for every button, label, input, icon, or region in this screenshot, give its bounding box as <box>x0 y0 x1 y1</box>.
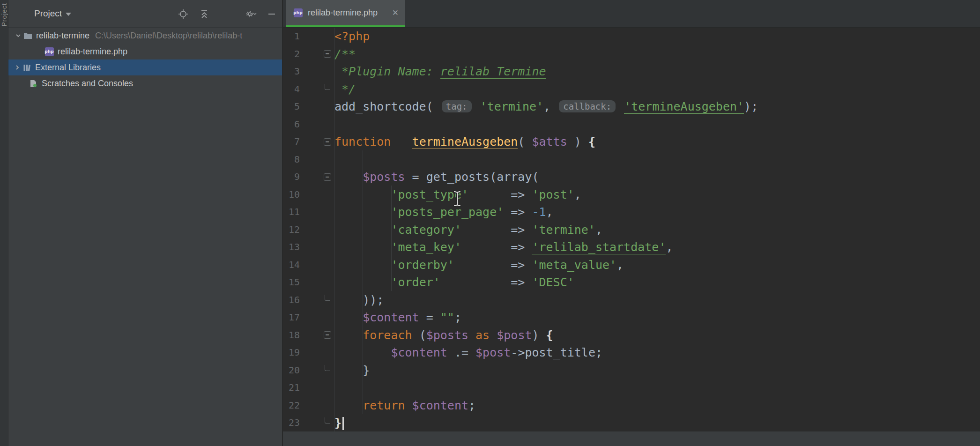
line-number: 1 <box>283 28 300 45</box>
code-line[interactable]: 13 'meta_key' => 'relilab_startdate', <box>283 238 980 256</box>
tree-item-scratches[interactable]: Scratches and Consoles <box>8 75 282 91</box>
code-text: $content = ""; <box>334 309 461 327</box>
code-text: $content .= $post->post_title; <box>334 344 602 362</box>
project-panel-title: Project <box>34 8 62 19</box>
scratches-icon <box>28 79 38 88</box>
chevron-right-icon[interactable] <box>13 65 22 70</box>
code-line[interactable]: 8 <box>283 151 980 169</box>
gutter-fold-column: − <box>300 45 334 63</box>
gutter-fold-column <box>300 256 334 274</box>
code-text: <?php <box>334 28 370 45</box>
fold-end-icon[interactable] <box>325 365 330 371</box>
code-line[interactable]: 21 <box>283 379 980 397</box>
project-panel: Project <box>8 0 282 446</box>
gutter-fold-column <box>300 309 334 327</box>
line-number: 5 <box>283 98 300 116</box>
code-line[interactable]: 3 *Plugin Name: relilab Termine <box>283 63 980 81</box>
fold-end-icon[interactable] <box>325 417 330 424</box>
php-file-icon: php <box>293 8 303 17</box>
project-view-dropdown[interactable]: Project <box>34 8 71 19</box>
fold-end-icon[interactable] <box>325 295 330 301</box>
line-number: 21 <box>283 379 300 397</box>
project-stripe-label[interactable]: Project <box>0 3 8 27</box>
code-editor[interactable]: 1<?php2−/**3 *Plugin Name: relilab Termi… <box>283 28 980 446</box>
line-number: 12 <box>283 221 300 239</box>
chevron-down-icon <box>66 13 71 16</box>
gutter-fold-column <box>300 203 334 221</box>
gutter-fold-column: − <box>300 168 334 186</box>
gutter-fold-column <box>300 362 334 379</box>
code-line[interactable]: 11 'posts_per_page' => -1, <box>283 203 980 221</box>
line-number: 14 <box>283 256 300 274</box>
code-line[interactable]: 18− foreach ($posts as $post) { <box>283 327 980 344</box>
line-number: 20 <box>283 362 300 379</box>
code-line[interactable]: 20 } <box>283 362 980 379</box>
parameter-hint: tag: <box>442 100 472 112</box>
gutter-fold-column <box>300 238 334 256</box>
fold-collapse-icon[interactable]: − <box>324 173 331 181</box>
tree-item-root-folder[interactable]: relilab-termine C:\Users\Daniel\Desktop\… <box>8 28 282 44</box>
line-number: 22 <box>283 397 300 415</box>
fold-end-icon[interactable] <box>325 84 330 90</box>
code-line[interactable]: 2−/** <box>283 45 980 63</box>
editor-bottom-strip <box>283 431 980 446</box>
tree-item-label: Scratches and Consoles <box>42 79 133 89</box>
php-file-icon: php <box>44 47 54 56</box>
tab-relilab-termine-php[interactable]: php relilab-termine.php ✕ <box>286 0 405 27</box>
code-line[interactable]: 17 $content = ""; <box>283 309 980 327</box>
code-text: *Plugin Name: relilab Termine <box>334 63 546 81</box>
code-line[interactable]: 12 'category' => 'termine', <box>283 221 980 239</box>
gutter-fold-column <box>300 81 334 98</box>
tree-item-php-file[interactable]: php relilab-termine.php <box>8 44 282 59</box>
chevron-down-icon[interactable] <box>14 33 22 38</box>
parameter-hint: callback: <box>559 100 616 112</box>
code-line[interactable]: 23} <box>283 414 980 432</box>
code-line[interactable]: 5add_shortcode( tag: 'termine', callback… <box>283 98 980 116</box>
settings-gear-icon[interactable] <box>245 8 257 20</box>
code-line[interactable]: 15 'order' => 'DESC' <box>283 274 980 291</box>
project-panel-toolbar: Project <box>8 0 282 28</box>
tree-item-label: relilab-termine <box>36 31 89 41</box>
code-line[interactable]: 9− $posts = get_posts(array( <box>283 168 980 186</box>
code-text: )); <box>334 291 384 309</box>
code-text: foreach ($posts as $post) { <box>334 327 553 344</box>
gutter-fold-column <box>300 397 334 415</box>
code-text: } <box>334 362 370 379</box>
code-line[interactable]: 19 $content .= $post->post_title; <box>283 344 980 362</box>
locate-icon[interactable] <box>177 8 189 20</box>
code-line[interactable]: 16 )); <box>283 291 980 309</box>
gutter-fold-column <box>300 151 334 169</box>
gutter-fold-column <box>300 379 334 397</box>
code-line[interactable]: 6 <box>283 116 980 134</box>
line-number: 11 <box>283 203 300 221</box>
fold-collapse-icon[interactable]: − <box>324 138 331 146</box>
code-line[interactable]: 10 'post_type' => 'post', <box>283 186 980 204</box>
code-text: 'category' => 'termine', <box>334 221 602 239</box>
code-text: 'order' => 'DESC' <box>334 274 574 291</box>
line-number: 4 <box>283 81 300 98</box>
hide-panel-icon[interactable] <box>266 8 278 20</box>
text-caret <box>342 417 344 430</box>
fold-collapse-icon[interactable]: − <box>324 331 331 339</box>
code-text: 'post_type' => 'post', <box>334 186 581 204</box>
code-text: return $content; <box>334 397 475 415</box>
line-number: 17 <box>283 309 300 327</box>
tree-item-external-libraries[interactable]: External Libraries <box>8 59 282 75</box>
code-line[interactable]: 4 */ <box>283 81 980 98</box>
gutter-fold-column <box>300 116 334 134</box>
code-line[interactable]: 14 'orderby' => 'meta_value', <box>283 256 980 274</box>
indent-guide <box>363 150 363 414</box>
code-text: add_shortcode( tag: 'termine', callback:… <box>334 98 758 116</box>
collapse-all-icon[interactable] <box>198 8 210 20</box>
libraries-icon <box>22 63 32 72</box>
code-line[interactable]: 22 return $content; <box>283 397 980 415</box>
tool-window-stripe[interactable]: Project <box>0 0 8 446</box>
fold-collapse-icon[interactable]: − <box>324 50 331 58</box>
code-line[interactable]: 1<?php <box>283 28 980 45</box>
close-icon[interactable]: ✕ <box>391 8 400 18</box>
code-line[interactable]: 7−function termineAusgeben( $atts ) { <box>283 133 980 151</box>
line-number: 2 <box>283 45 300 63</box>
code-text: $posts = get_posts(array( <box>334 168 539 186</box>
line-number: 19 <box>283 344 300 362</box>
code-text: /** <box>334 45 356 63</box>
